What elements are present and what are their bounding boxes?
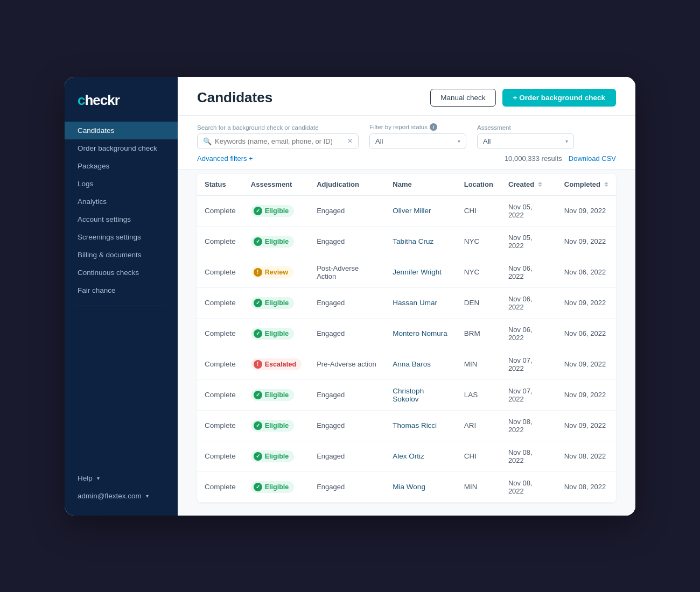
assessment-icon: ! [254, 268, 262, 277]
cell-created: Nov 07, 2022 [501, 379, 557, 410]
cell-assessment: ✓ Eligible [243, 441, 309, 471]
cell-name[interactable]: Oliver Miller [385, 195, 456, 227]
cell-assessment: ✓ Eligible [243, 195, 309, 227]
assessment-icon: ✓ [254, 207, 262, 215]
table-row[interactable]: Complete ✓ Eligible Engaged Mia Wong MIN… [197, 471, 616, 502]
header-actions: Manual check + Order background check [430, 89, 616, 107]
sidebar-item-account-email[interactable]: admin@flextex.com ▾ [65, 487, 178, 505]
sidebar-item-packages[interactable]: Packages [65, 157, 178, 175]
sidebar-item-analytics[interactable]: Analytics [65, 193, 178, 210]
sidebar-item-screenings-settings[interactable]: Screenings settings [65, 228, 178, 246]
sidebar-item-billing-documents[interactable]: Billing & documents [65, 246, 178, 264]
sidebar-item-continuous-checks[interactable]: Continuous checks [65, 264, 178, 281]
table-row[interactable]: Complete ✓ Eligible Engaged Oliver Mille… [197, 195, 616, 227]
sidebar-item-order-background-check[interactable]: Order background check [65, 139, 178, 157]
sidebar-item-candidates[interactable]: Candidates [65, 122, 178, 139]
sidebar-label-packages: Packages [78, 162, 109, 170]
col-completed[interactable]: Completed [557, 174, 616, 195]
cell-name[interactable]: Alex Ortiz [385, 441, 456, 471]
cell-assessment: ✓ Eligible [243, 318, 309, 349]
table-row[interactable]: Complete ✓ Eligible Engaged Montero Nomu… [197, 318, 616, 349]
table-row[interactable]: Complete ✓ Eligible Engaged Hassan Umar … [197, 287, 616, 318]
cell-completed: Nov 09, 2022 [557, 410, 616, 441]
search-input[interactable] [215, 137, 344, 145]
sidebar-label-help: Help [78, 474, 93, 482]
cell-status: Complete [197, 318, 243, 349]
sidebar-label-analytics: Analytics [78, 198, 107, 206]
sidebar-item-account-settings[interactable]: Account settings [65, 210, 178, 228]
cell-adjudication: Engaged [309, 318, 385, 349]
assessment-icon: ✓ [254, 329, 262, 338]
cell-name[interactable]: Anna Baros [385, 349, 456, 379]
sidebar-item-help[interactable]: Help ▾ [65, 469, 178, 487]
table-row[interactable]: Complete ✓ Eligible Engaged Christoph So… [197, 379, 616, 410]
cell-status: Complete [197, 195, 243, 227]
cell-completed: Nov 08, 2022 [557, 471, 616, 502]
cell-name[interactable]: Hassan Umar [385, 287, 456, 318]
cell-name[interactable]: Thomas Ricci [385, 410, 456, 441]
cell-completed: Nov 09, 2022 [557, 349, 616, 379]
sidebar-label-continuous: Continuous checks [78, 269, 139, 277]
sidebar-label-billing: Billing & documents [78, 251, 142, 259]
sidebar-label-email: admin@flextex.com [78, 492, 142, 500]
col-adjudication: Adjudication [309, 174, 385, 195]
cell-location: DEN [457, 287, 501, 318]
cell-adjudication: Engaged [309, 287, 385, 318]
candidates-table: Status Assessment Adjudication Name Loca [197, 174, 616, 503]
cell-location: NYC [457, 226, 501, 257]
cell-status: Complete [197, 349, 243, 379]
search-icon: 🔍 [203, 137, 212, 145]
cell-status: Complete [197, 410, 243, 441]
cell-status: Complete [197, 379, 243, 410]
assessment-filter-select[interactable]: All ▾ [477, 133, 574, 149]
cell-assessment: ✓ Eligible [243, 471, 309, 502]
cell-completed: Nov 09, 2022 [557, 379, 616, 410]
cell-name[interactable]: Christoph Sokolov [385, 379, 456, 410]
cell-status: Complete [197, 471, 243, 502]
manual-check-button[interactable]: Manual check [430, 89, 495, 107]
search-label: Search for a background check or candida… [197, 124, 359, 131]
cell-completed: Nov 06, 2022 [557, 318, 616, 349]
cell-assessment: ! Review [243, 257, 309, 287]
cell-location: CHI [457, 441, 501, 471]
logo-text: checkr [78, 92, 165, 109]
table-row[interactable]: Complete ✓ Eligible Engaged Alex Ortiz C… [197, 441, 616, 471]
cell-name[interactable]: Jennifer Wright [385, 257, 456, 287]
cell-adjudication: Engaged [309, 441, 385, 471]
sidebar-item-fair-chance[interactable]: Fair chance [65, 281, 178, 299]
cell-completed: Nov 06, 2022 [557, 257, 616, 287]
download-csv-link[interactable]: Download CSV [569, 154, 616, 163]
order-background-check-button[interactable]: + Order background check [502, 89, 616, 107]
results-info: 10,000,333 results Download CSV [505, 154, 616, 163]
cell-adjudication: Post-Adverse Action [309, 257, 385, 287]
cell-completed: Nov 08, 2022 [557, 441, 616, 471]
cell-name[interactable]: Tabitha Cruz [385, 226, 456, 257]
search-clear-icon[interactable]: ✕ [347, 137, 353, 145]
cell-name[interactable]: Mia Wong [385, 471, 456, 502]
assessment-icon: ✓ [254, 299, 262, 307]
table-row[interactable]: Complete ✓ Eligible Engaged Tabitha Cruz… [197, 226, 616, 257]
cell-adjudication: Engaged [309, 410, 385, 441]
cell-location: MIN [457, 349, 501, 379]
status-filter-select[interactable]: All ▾ [369, 133, 466, 149]
table-row[interactable]: Complete ! Review Post-Adverse Action Je… [197, 257, 616, 287]
table-row[interactable]: Complete ! Escalated Pre-Adverse action … [197, 349, 616, 379]
advanced-filters-link[interactable]: Advanced filters + [197, 154, 253, 163]
cell-location: ARI [457, 410, 501, 441]
col-created[interactable]: Created [501, 174, 557, 195]
assessment-filter-label: Assessment [477, 124, 574, 131]
cell-name[interactable]: Montero Nomura [385, 318, 456, 349]
sidebar-item-logs[interactable]: Logs [65, 175, 178, 193]
cell-created: Nov 07, 2022 [501, 349, 557, 379]
cell-created: Nov 06, 2022 [501, 257, 557, 287]
cell-completed: Nov 09, 2022 [557, 195, 616, 227]
assessment-icon: ✓ [254, 237, 262, 246]
table-body: Complete ✓ Eligible Engaged Oliver Mille… [197, 195, 616, 503]
table-row[interactable]: Complete ✓ Eligible Engaged Thomas Ricci… [197, 410, 616, 441]
cell-adjudication: Engaged [309, 226, 385, 257]
cell-assessment: ✓ Eligible [243, 379, 309, 410]
cell-created: Nov 08, 2022 [501, 410, 557, 441]
col-status: Status [197, 174, 243, 195]
sidebar-label-account-settings: Account settings [78, 215, 131, 223]
filters-bar: Search for a background check or candida… [178, 116, 635, 170]
